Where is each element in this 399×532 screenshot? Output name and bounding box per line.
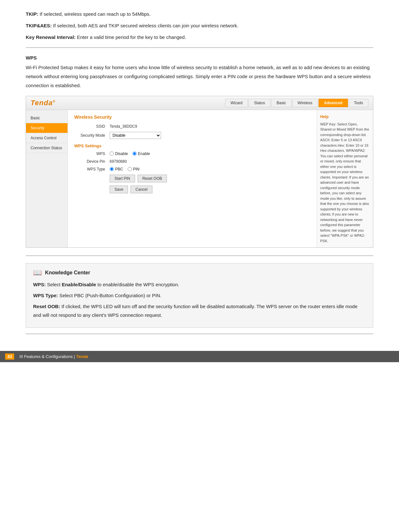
wireless-security-title: Wireless Security	[74, 115, 310, 120]
kc-wps-label: WPS:	[33, 282, 46, 287]
tkip-text: If selected, wireless speed can reach up…	[38, 11, 150, 17]
help-title: Help	[320, 114, 370, 120]
key-renewal-text: Enter a valid time period for the key to…	[76, 34, 186, 40]
sidebar-item-access-control[interactable]: Access Control	[26, 133, 68, 143]
save-cancel-btn-row: Save Cancel	[110, 186, 310, 193]
wps-disable-text: Disable	[115, 151, 128, 156]
router-ui: Tenda® Wizard Status Basic Wireless Adva…	[26, 96, 373, 248]
ssid-row: SSID Tenda_38DDC9	[74, 124, 310, 129]
footer-page-num: 43	[5, 353, 14, 360]
knowledge-center-icon: 📖	[33, 269, 42, 277]
ssid-label: SSID	[74, 124, 110, 129]
router-body: Basic Security Access Control Connection…	[26, 110, 373, 248]
nav-status[interactable]: Status	[249, 99, 270, 107]
help-text: WEP Key: Select Open, Shared or Mixed WE…	[320, 122, 370, 244]
wps-type-pbc-radio[interactable]	[110, 167, 114, 171]
wps-disable-radio[interactable]	[110, 151, 114, 156]
kc-wps-type-label: WPS Type:	[33, 293, 58, 298]
kc-reset-oob-label: Reset OOB:	[33, 304, 60, 309]
wps-settings-title: WPS Settings	[74, 143, 310, 148]
router-main: Wireless Security SSID Tenda_38DDC9 Secu…	[68, 110, 317, 248]
divider-1	[26, 47, 373, 48]
device-pin-value: 69790880	[110, 159, 127, 164]
nav-advanced[interactable]: Advanced	[319, 99, 348, 107]
divider-2	[26, 255, 373, 256]
nav-wireless[interactable]: Wireless	[292, 99, 318, 107]
wps-label: WPS	[74, 151, 110, 156]
divider-3	[26, 334, 373, 334]
wps-type-pbc-text: PBC	[115, 167, 123, 171]
device-pin-label: Device Pin	[74, 159, 110, 164]
wps-description: Wi-Fi Protected Setup makes it easy for …	[26, 63, 373, 90]
wps-disable-label[interactable]: Disable	[110, 151, 128, 156]
footer-text: III Features & Configurations | Tenda	[19, 354, 88, 359]
wps-type-pin-radio[interactable]	[128, 167, 132, 171]
tkipaes-label: TKIP&AES:	[26, 23, 52, 28]
security-mode-label: Security Mode	[74, 133, 110, 138]
wps-type-label: WPS Type	[74, 167, 110, 171]
footer-bar: 43 III Features & Configurations | Tenda	[0, 351, 399, 362]
router-header: Tenda® Wizard Status Basic Wireless Adva…	[26, 96, 373, 110]
wps-section-title: WPS	[26, 55, 373, 60]
pin-oob-btn-row: Start PIN Reset OOB	[110, 175, 310, 182]
wps-enable-label[interactable]: Enable	[132, 151, 150, 156]
kc-wps-item: WPS: Select Enable/Disable to enable/dis…	[33, 280, 366, 289]
ssid-value: Tenda_38DDC9	[110, 124, 137, 129]
wps-type-pin-label[interactable]: PIN	[128, 167, 140, 171]
wps-enable-radio[interactable]	[132, 151, 137, 156]
tkip-paragraph: TKIP: If selected, wireless speed can re…	[26, 10, 373, 19]
knowledge-center-title: Knowledge Center	[45, 270, 90, 276]
router-nav: Wizard Status Basic Wireless Advanced To…	[225, 99, 368, 107]
reset-oob-button[interactable]: Reset OOB	[138, 175, 167, 182]
knowledge-center-header: 📖 Knowledge Center	[33, 269, 366, 277]
security-mode-row: Security Mode Disable WEP WPA-PSK WPA2-P…	[74, 132, 310, 139]
wps-type-pbc-label[interactable]: PBC	[110, 167, 123, 171]
kc-wps-type-item: WPS Type: Select PBC (Push-Button Config…	[33, 291, 366, 300]
nav-wizard[interactable]: Wizard	[225, 99, 248, 107]
nav-tools[interactable]: Tools	[349, 99, 368, 107]
wps-row: WPS Disable Enable	[74, 151, 310, 156]
wps-radio-group: Disable Enable	[110, 151, 150, 156]
footer-brand: Tenda	[76, 354, 88, 359]
router-logo: Tenda®	[31, 99, 55, 107]
nav-basic[interactable]: Basic	[271, 99, 291, 107]
sidebar-item-connection-status[interactable]: Connection Status	[26, 143, 68, 153]
wps-type-radio-group: PBC PIN	[110, 167, 140, 171]
knowledge-center: 📖 Knowledge Center WPS: Select Enable/Di…	[26, 263, 373, 328]
wps-type-row: WPS Type PBC PIN	[74, 167, 310, 171]
wps-enable-text: Enable	[138, 151, 150, 156]
kc-reset-oob-item: Reset OOB: If clicked, the WPS LED will …	[33, 302, 366, 320]
router-help: Help WEP Key: Select Open, Shared or Mix…	[317, 110, 373, 248]
tkip-label: TKIP:	[26, 11, 38, 17]
tkipaes-paragraph: TKIP&AES: If selected, both AES and TKIP…	[26, 21, 373, 30]
key-renewal-paragraph: Key Renewal Interval: Enter a valid time…	[26, 33, 373, 42]
router-sidebar: Basic Security Access Control Connection…	[26, 110, 68, 248]
sidebar-item-basic[interactable]: Basic	[26, 113, 68, 123]
key-renewal-label: Key Renewal Interval:	[26, 34, 76, 40]
tkipaes-text: If selected, both AES and TKIP secured w…	[52, 23, 239, 28]
security-mode-select[interactable]: Disable WEP WPA-PSK WPA2-PSK WPA/WPA2-PS…	[110, 132, 161, 139]
sidebar-item-security[interactable]: Security	[26, 123, 68, 133]
save-button[interactable]: Save	[110, 186, 128, 193]
cancel-button[interactable]: Cancel	[131, 186, 152, 193]
kc-wps-enable-disable: Enable/Disable	[62, 282, 96, 287]
wps-type-pin-text: PIN	[133, 167, 140, 171]
device-pin-row: Device Pin 69790880	[74, 159, 310, 164]
start-pin-button[interactable]: Start PIN	[110, 175, 135, 182]
